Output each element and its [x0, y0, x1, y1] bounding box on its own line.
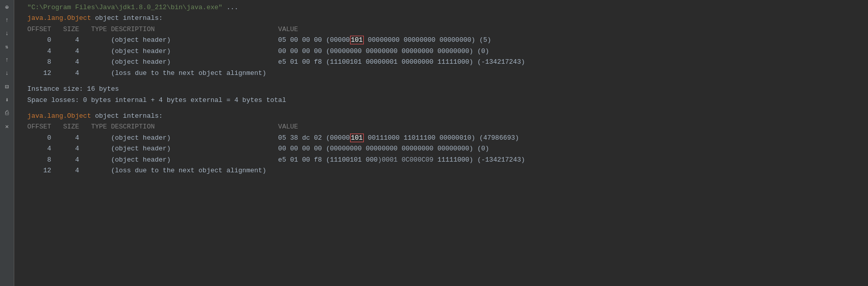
block1-columns: OFFSET SIZE TYPE DESCRIPTION VALUE	[19, 24, 863, 35]
block2-row4: 4 4 (object header) 00 00 00 00 (0000000…	[19, 143, 863, 154]
block1-row8: 8 4 (object header) e5 01 00 f8 (1110010…	[19, 57, 863, 67]
pin-icon[interactable]: ⊕	[2, 2, 12, 12]
filter-icon[interactable]: ⊟	[2, 82, 12, 92]
block1-row0: 0 4 (object header) 05 00 00 00 (0000010…	[19, 35, 863, 45]
delete-icon[interactable]: ✕	[2, 121, 12, 132]
import-icon[interactable]: ⬇	[2, 95, 12, 105]
block1-header: java.lang.Object object internals:	[19, 13, 863, 23]
block2-row8: 8 4 (object header) e5 01 00 f8 (1110010…	[19, 154, 863, 165]
highlight-101-block2: 101	[350, 134, 364, 142]
output-console: "C:\Program Files\Java\jdk1.8.0_212\bin\…	[14, 0, 868, 286]
arrow-down2-icon[interactable]: ↓	[2, 68, 12, 79]
instance-size-line: Instance size: 16 bytes	[19, 84, 863, 94]
block2-columns: OFFSET SIZE TYPE DESCRIPTION VALUE	[19, 121, 863, 132]
arrow-down-icon[interactable]: ↓	[2, 29, 12, 39]
arrow-up-icon[interactable]: ↑	[2, 15, 12, 25]
command-line: "C:\Program Files\Java\jdk1.8.0_212\bin\…	[19, 2, 863, 13]
block1-row4: 4 4 (object header) 00 00 00 00 (0000000…	[19, 46, 863, 57]
print-icon[interactable]: ⎙	[2, 108, 12, 118]
block2-row0: 0 4 (object header) 05 38 dc 02 (0000010…	[19, 133, 863, 143]
arrow-up2-icon[interactable]: ↑	[2, 55, 12, 65]
sidebar: ⊕ ↑ ↓ ⇅ ↑ ↓ ⊟ ⬇ ⎙ ✕	[0, 0, 14, 286]
highlight-101-block1: 101	[350, 36, 364, 44]
block1-row12: 12 4 (loss due to the next object alignm…	[19, 68, 863, 79]
block2-row12: 12 4 (loss due to the next object alignm…	[19, 165, 863, 176]
sort-icon[interactable]: ⇅	[2, 42, 12, 52]
block2-header: java.lang.Object object internals:	[19, 111, 863, 121]
space-losses-line: Space losses: 0 bytes internal + 4 bytes…	[19, 95, 863, 106]
